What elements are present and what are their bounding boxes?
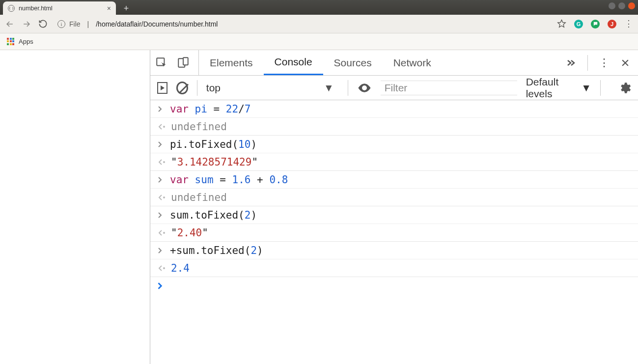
console-toolbar: top ▼ Default levels ▼ <box>150 76 638 100</box>
tabs-overflow-icon[interactable] <box>565 57 577 69</box>
code-text: var sum = 1.6 + 0.8 <box>170 174 288 186</box>
console-input-row: +sum.toFixed(2) <box>150 242 638 259</box>
console-filter-input[interactable] <box>381 81 517 95</box>
device-toggle-icon[interactable] <box>177 56 190 69</box>
output-prompt-icon <box>157 265 164 272</box>
context-label: top <box>206 82 221 94</box>
input-prompt-icon <box>157 212 163 219</box>
apps-grid-icon[interactable] <box>7 38 15 46</box>
console-sidebar-toggle-icon[interactable] <box>157 82 167 94</box>
profile-avatar-icon[interactable]: J <box>608 20 616 28</box>
tab-strip: number.html × + <box>0 0 133 15</box>
input-prompt-icon <box>157 247 163 254</box>
input-prompt-icon <box>157 176 163 183</box>
browser-toolbar: i File | /home/dataflair/Documents/numbe… <box>0 15 638 33</box>
window-maximize-button[interactable] <box>618 2 625 9</box>
new-tab-button[interactable]: + <box>120 2 133 15</box>
code-text: +sum.toFixed(2) <box>170 245 263 256</box>
code-text: undefined <box>171 121 227 133</box>
output-prompt-icon <box>157 159 164 166</box>
console-settings-icon[interactable] <box>618 82 631 94</box>
chevron-down-icon: ▼ <box>581 82 591 94</box>
page-viewport <box>0 50 150 364</box>
code-text: "2.40" <box>171 227 208 239</box>
url-separator: | <box>87 20 89 28</box>
live-expression-icon[interactable] <box>357 81 372 95</box>
console-input-row: var pi = 22/7 <box>150 100 638 118</box>
console-output[interactable]: var pi = 22/7undefinedpi.toFixed(10)"3.1… <box>150 100 638 364</box>
window-minimize-button[interactable] <box>609 2 615 9</box>
levels-label: Default levels <box>526 76 579 100</box>
separator <box>197 80 197 96</box>
devtools-menu-button[interactable]: ⋮ <box>599 56 610 69</box>
tab-console[interactable]: Console <box>264 50 323 75</box>
output-prompt-icon <box>157 123 164 130</box>
output-prompt-icon <box>157 229 164 236</box>
console-output-row: "3.1428571429" <box>150 153 638 171</box>
main-area: Elements Console Sources Network ⋮ top <box>0 50 638 364</box>
devtools-tabs: Elements Console Sources Network ⋮ <box>150 50 638 76</box>
tab-elements[interactable]: Elements <box>199 50 264 75</box>
code-text: sum.toFixed(2) <box>170 209 257 221</box>
separator <box>600 80 601 96</box>
tab-close-icon[interactable]: × <box>107 5 111 12</box>
devtools-inspect-group <box>155 50 199 75</box>
forward-button[interactable] <box>22 19 31 29</box>
clear-console-icon[interactable] <box>176 82 188 94</box>
separator <box>348 80 348 96</box>
console-output-row: "2.40" <box>150 224 638 242</box>
extension-grammarly-icon[interactable]: G <box>574 20 583 28</box>
code-text: 2.4 <box>171 262 190 274</box>
output-prompt-icon <box>157 194 164 201</box>
input-prompt-icon <box>157 106 163 112</box>
input-prompt-icon <box>157 141 163 148</box>
inspect-element-icon[interactable] <box>155 56 168 69</box>
url-bar[interactable]: i File | /home/dataflair/Documents/numbe… <box>55 20 550 28</box>
window-controls <box>609 2 635 9</box>
tab-network[interactable]: Network <box>383 50 442 75</box>
tab-sources[interactable]: Sources <box>323 50 383 75</box>
toolbar-right: G J ⋮ <box>557 19 633 28</box>
tab-title: number.html <box>19 5 53 12</box>
input-prompt-icon <box>157 282 163 290</box>
console-output-row: 2.4 <box>150 259 638 277</box>
url-path: /home/dataflair/Documents/number.html <box>96 20 218 28</box>
back-button[interactable] <box>5 19 15 29</box>
bookmark-apps-label[interactable]: Apps <box>19 38 33 45</box>
code-text: undefined <box>171 192 227 203</box>
window-titlebar: number.html × + <box>0 0 638 15</box>
url-protocol: File <box>69 20 81 28</box>
browser-menu-button[interactable]: ⋮ <box>624 23 633 25</box>
browser-tab[interactable]: number.html × <box>3 1 116 15</box>
code-text: "3.1428571429" <box>171 156 258 168</box>
console-input-row: var sum = 1.6 + 0.8 <box>150 171 638 189</box>
code-text: var pi = 22/7 <box>170 103 250 115</box>
console-ready-prompt[interactable] <box>150 277 638 295</box>
chevron-down-icon: ▼ <box>324 82 334 94</box>
window-close-button[interactable] <box>628 2 635 9</box>
execution-context-select[interactable]: top ▼ <box>206 82 339 94</box>
code-text: pi.toFixed(10) <box>170 139 257 150</box>
globe-icon <box>8 5 15 12</box>
console-output-row: undefined <box>150 118 638 136</box>
devtools-close-button[interactable] <box>620 58 630 68</box>
console-input-row: sum.toFixed(2) <box>150 206 638 224</box>
bookmark-star-icon[interactable] <box>557 19 566 28</box>
console-input-row: pi.toFixed(10) <box>150 136 638 153</box>
console-output-row: undefined <box>150 189 638 206</box>
svg-rect-2 <box>183 57 188 65</box>
log-levels-select[interactable]: Default levels ▼ <box>526 76 591 100</box>
bookmarks-bar: Apps <box>0 33 638 50</box>
reload-button[interactable] <box>38 19 48 28</box>
separator <box>587 55 588 71</box>
devtools-panel: Elements Console Sources Network ⋮ top <box>150 50 638 364</box>
site-info-icon[interactable]: i <box>57 20 65 28</box>
extension-chat-icon[interactable] <box>591 20 600 28</box>
